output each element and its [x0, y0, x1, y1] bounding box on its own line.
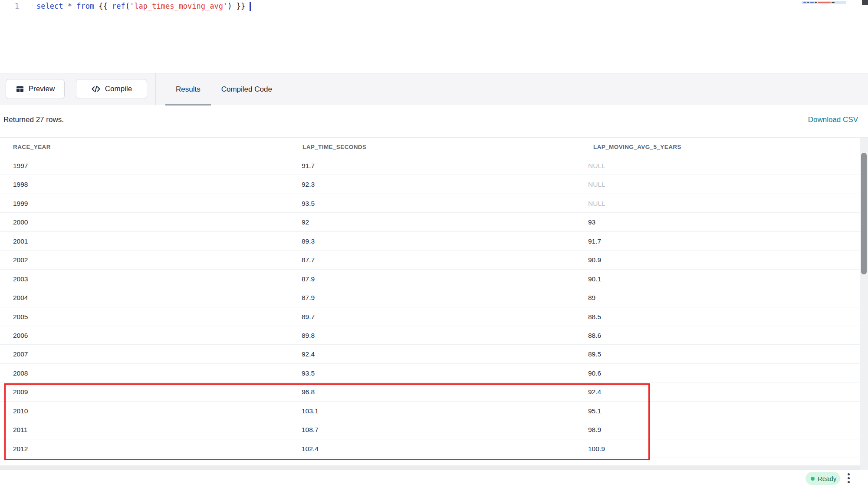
line-number: 1: [10, 0, 19, 12]
cell-race-year: 2009: [13, 382, 28, 401]
cell-lap-moving-avg: 91.7: [588, 232, 601, 251]
cell-race-year: 2011: [13, 420, 27, 439]
kebab-menu-icon[interactable]: [848, 473, 850, 483]
cell-race-year: 1998: [13, 175, 28, 194]
table-row[interactable]: 1999 93.5 NULL: [0, 194, 860, 213]
sql-token: }}: [232, 2, 250, 10]
sql-token: (: [125, 2, 130, 10]
cell-race-year: 2001: [13, 232, 28, 251]
cell-lap-moving-avg: 100.9: [588, 439, 605, 458]
cell-lap-moving-avg: 93: [588, 213, 595, 231]
cell-race-year: 2000: [13, 213, 28, 231]
table-grid-icon: [16, 85, 24, 93]
cell-race-year: 2002: [13, 251, 28, 269]
download-csv-link[interactable]: Download CSV: [808, 115, 858, 124]
cell-lap-moving-avg: 89.5: [588, 345, 601, 363]
cell-lap-moving-avg: NULL: [588, 156, 605, 175]
cell-lap-time-seconds: 103.1: [302, 402, 319, 420]
sql-token: [72, 2, 76, 10]
table-row[interactable]: 1998 92.3 NULL: [0, 175, 860, 194]
results-table-body: 1997 91.7 NULL 1998 92.3 NULL 1999 93.5 …: [0, 156, 860, 458]
cell-race-year: 2012: [13, 439, 28, 458]
table-row[interactable]: 1997 91.7 NULL: [0, 156, 860, 175]
minimap-mark: [807, 2, 809, 3]
tab-compiled-code[interactable]: Compiled Code: [211, 73, 283, 106]
table-row[interactable]: 2010 103.1 95.1: [0, 402, 860, 420]
status-badge: Ready: [806, 472, 840, 485]
cell-lap-moving-avg: NULL: [588, 175, 605, 194]
table-row[interactable]: 2012 102.4 100.9: [0, 439, 860, 458]
dbt-ide-window: 1 select * from {{ ref('lap_times_moving…: [0, 0, 868, 488]
cell-lap-moving-avg: 90.1: [588, 270, 601, 288]
cell-lap-moving-avg: 98.9: [588, 420, 601, 439]
cell-race-year: 2004: [13, 288, 28, 307]
sql-code-line[interactable]: select * from {{ ref('lap_times_moving_a…: [36, 0, 251, 12]
table-row[interactable]: 2001 89.3 91.7: [0, 232, 860, 251]
table-row[interactable]: 2009 96.8 92.4: [0, 382, 860, 401]
active-line-border: [28, 12, 801, 12]
sql-token: ): [227, 2, 232, 10]
tab-results-label: Results: [176, 85, 201, 94]
tab-compiled-code-label: Compiled Code: [221, 85, 272, 94]
editor-minimap[interactable]: [802, 1, 846, 4]
sql-token: select: [36, 2, 63, 10]
table-row[interactable]: 2003 87.9 90.1: [0, 270, 860, 288]
cell-lap-time-seconds: 87.7: [302, 251, 315, 269]
editor-scrollbar-thumb[interactable]: [862, 0, 868, 5]
cell-race-year: 2006: [13, 326, 28, 345]
column-header-lap-time-seconds[interactable]: LAP_TIME_SECONDS: [302, 138, 366, 157]
cell-lap-moving-avg: 95.1: [588, 402, 601, 420]
table-row[interactable]: 2000 92 93: [0, 213, 860, 231]
cell-race-year: 2005: [13, 307, 28, 326]
compile-button-label: Compile: [105, 85, 132, 93]
results-tabs: Results Compiled Code: [165, 73, 283, 106]
tab-results[interactable]: Results: [165, 73, 211, 106]
cell-lap-time-seconds: 89.7: [302, 307, 315, 326]
cell-lap-moving-avg: 90.9: [588, 251, 601, 269]
column-header-race-year[interactable]: RACE_YEAR: [13, 138, 51, 157]
cell-lap-moving-avg: 92.4: [588, 382, 601, 401]
cell-lap-time-seconds: 92: [302, 213, 309, 231]
cell-lap-time-seconds: 92.3: [302, 175, 315, 194]
minimap-mark: [810, 2, 814, 3]
table-row[interactable]: 2005 89.7 88.5: [0, 307, 860, 326]
preview-button[interactable]: Preview: [6, 79, 65, 99]
table-row[interactable]: 2008 93.5 90.6: [0, 364, 860, 382]
cell-lap-time-seconds: 93.5: [302, 364, 315, 382]
results-scrollbar-track[interactable]: [860, 138, 868, 470]
status-badge-label: Ready: [818, 475, 836, 482]
cell-lap-time-seconds: 87.9: [302, 270, 315, 288]
table-row[interactable]: 2011 108.7 98.9: [0, 420, 860, 439]
cell-lap-time-seconds: 92.4: [302, 345, 315, 363]
cell-lap-time-seconds: 102.4: [302, 439, 319, 458]
table-row[interactable]: 2002 87.7 90.9: [0, 251, 860, 269]
cell-lap-time-seconds: 91.7: [302, 156, 315, 175]
cell-lap-time-seconds: 93.5: [302, 194, 315, 213]
table-row[interactable]: 2007 92.4 89.5: [0, 345, 860, 363]
sql-token: [63, 2, 67, 10]
column-header-lap-moving-avg-5-years[interactable]: LAP_MOVING_AVG_5_YEARS: [593, 138, 681, 157]
cell-race-year: 1999: [13, 194, 28, 213]
cell-lap-time-seconds: 89.8: [302, 326, 315, 345]
cell-race-year: 2007: [13, 345, 28, 363]
cell-lap-moving-avg: 89: [588, 288, 595, 307]
minimap-mark: [818, 2, 831, 3]
table-row[interactable]: 2004 87.9 89: [0, 288, 860, 307]
sql-editor[interactable]: 1 select * from {{ ref('lap_times_moving…: [0, 0, 868, 73]
cell-lap-moving-avg: 88.5: [588, 307, 601, 326]
preview-button-label: Preview: [29, 85, 55, 93]
minimap-mark: [803, 2, 806, 3]
cell-lap-time-seconds: 87.9: [302, 288, 315, 307]
results-scrollbar-thumb[interactable]: [861, 153, 867, 274]
sql-token: {{: [94, 2, 112, 10]
sql-token: from: [76, 2, 94, 10]
cell-race-year: 2003: [13, 270, 28, 288]
cell-lap-time-seconds: 108.7: [302, 420, 319, 439]
compile-button[interactable]: Compile: [76, 79, 147, 99]
cell-lap-moving-avg: NULL: [588, 194, 605, 213]
code-icon: [91, 85, 101, 93]
sql-string-token: 'lap_times_moving_avg': [130, 2, 227, 10]
results-toolbar: Preview Compile Results Compiled Code: [0, 73, 868, 105]
table-row[interactable]: 2006 89.8 88.6: [0, 326, 860, 345]
cell-lap-moving-avg: 88.6: [588, 326, 601, 345]
